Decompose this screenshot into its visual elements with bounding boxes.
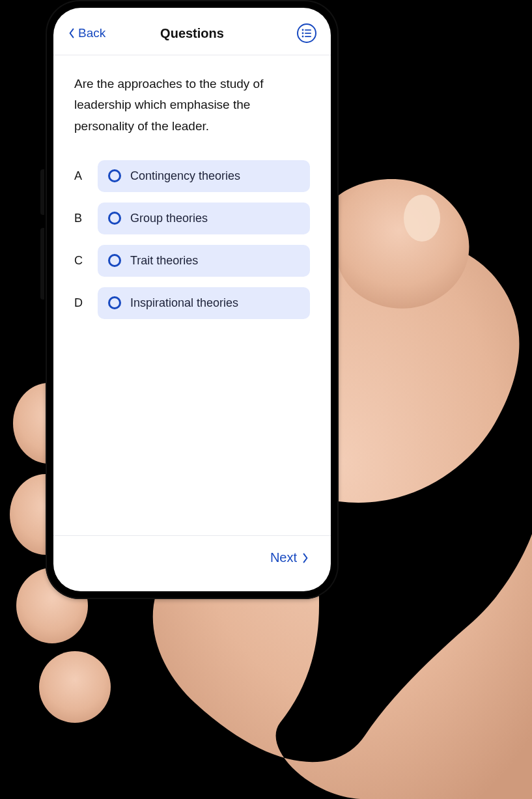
option-label: Inspirational theories [130, 296, 238, 310]
option-row: CTrait theories [74, 245, 310, 277]
radio-icon [108, 296, 121, 309]
question-text: Are the approaches to the study of leade… [74, 74, 310, 137]
option-label: Trait theories [130, 254, 198, 268]
svg-point-4 [404, 195, 440, 242]
chevron-left-icon [68, 28, 76, 38]
options-list: AContingency theoriesBGroup theoriesCTra… [74, 160, 310, 319]
option-row: AContingency theories [74, 160, 310, 192]
question-content: Are the approaches to the study of leade… [53, 55, 331, 535]
back-button[interactable]: Back [68, 26, 105, 40]
option-letter: D [74, 296, 86, 310]
app-header: Back Questions [53, 8, 331, 55]
option-letter: B [74, 212, 86, 225]
option-choice[interactable]: Group theories [98, 203, 310, 234]
option-label: Group theories [130, 212, 208, 225]
radio-icon [108, 254, 121, 267]
chevron-right-icon [302, 553, 309, 563]
svg-rect-6 [305, 29, 311, 31]
list-menu-button[interactable] [297, 23, 316, 43]
svg-point-7 [302, 33, 304, 35]
back-label: Back [78, 26, 105, 40]
svg-point-3 [39, 651, 111, 723]
radio-icon [108, 212, 121, 225]
list-icon [301, 29, 312, 38]
option-row: DInspirational theories [74, 287, 310, 319]
option-row: BGroup theories [74, 203, 310, 234]
phone-screen: Back Questions Are the approaches to the… [53, 8, 331, 591]
next-label: Next [270, 550, 297, 565]
option-choice[interactable]: Inspirational theories [98, 287, 310, 319]
app-footer: Next [53, 535, 331, 591]
svg-rect-8 [305, 33, 311, 34]
svg-point-5 [302, 29, 304, 31]
option-choice[interactable]: Contingency theories [98, 160, 310, 192]
next-button[interactable]: Next [270, 550, 309, 565]
radio-icon [108, 169, 121, 182]
phone-frame: Back Questions Are the approaches to the… [46, 0, 339, 599]
option-choice[interactable]: Trait theories [98, 245, 310, 277]
option-letter: A [74, 169, 86, 183]
option-letter: C [74, 254, 86, 268]
option-label: Contingency theories [130, 169, 240, 183]
svg-rect-10 [305, 36, 311, 37]
page-title: Questions [160, 26, 224, 41]
svg-point-9 [302, 36, 304, 38]
